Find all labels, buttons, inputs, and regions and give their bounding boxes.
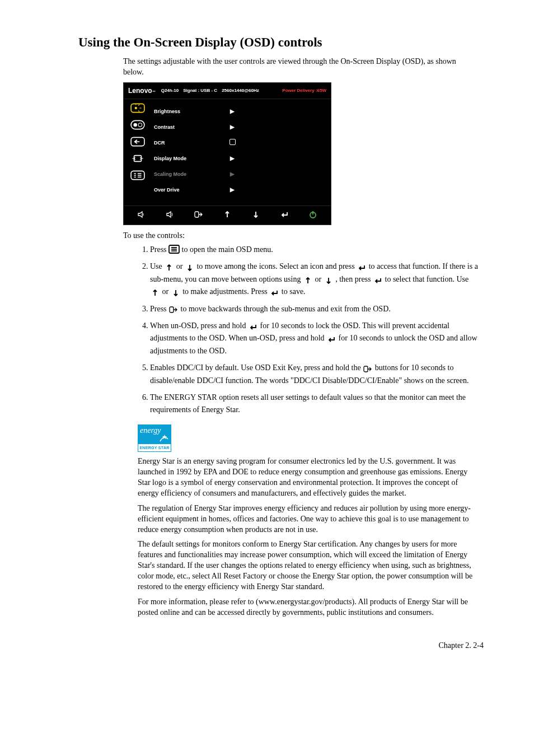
volume-mute-icon <box>137 211 146 220</box>
steps-list: Press to open the main OSD menu. Use or … <box>138 244 478 417</box>
down-arrow-icon <box>185 263 195 271</box>
osd-menu-row: Display Mode▶ <box>152 151 264 166</box>
intro-text: The settings adjustable with the user co… <box>123 57 478 78</box>
exit-icon <box>194 211 203 220</box>
osd-menu-list: Brightness▶ Contrast▶ DCR Display Mode▶ … <box>152 99 264 206</box>
paragraph: For more information, please refer to (w… <box>138 597 478 618</box>
enter-icon <box>280 211 289 220</box>
enter-icon <box>357 263 367 271</box>
enter-icon <box>326 335 336 343</box>
osd-menu-row: Brightness▶ <box>152 104 264 119</box>
page-title: Using the On-Screen Display (OSD) contro… <box>78 34 489 51</box>
step-5: Enables DDC/CI by default. Use OSD Exit … <box>150 362 478 387</box>
down-arrow-icon <box>251 211 260 220</box>
enter-icon <box>373 276 383 284</box>
step-4: When un-OSD, press and hold for 10 secon… <box>150 320 478 357</box>
controls-intro: To use the controls: <box>123 231 478 241</box>
osd-signal: Signal : USB - C <box>183 88 217 94</box>
step-3: Press to move backwards through the sub-… <box>150 303 478 315</box>
contrast-tab-icon <box>130 119 145 130</box>
page-number: Chapter 2. 2-4 <box>45 641 484 651</box>
step-6: The ENERGY STAR option resets all user s… <box>150 391 478 417</box>
down-arrow-icon <box>171 288 181 296</box>
osd-menu-row: Contrast▶ <box>152 119 264 135</box>
enter-icon <box>269 288 279 296</box>
up-arrow-icon <box>164 263 174 271</box>
down-arrow-icon <box>324 276 334 284</box>
osd-menu-row: DCR <box>152 135 264 151</box>
scaling-tab-icon <box>130 153 145 164</box>
up-arrow-icon <box>303 276 313 284</box>
osd-model: Q24h-10 <box>161 88 179 94</box>
volume-icon <box>166 211 175 220</box>
exit-icon <box>168 305 179 313</box>
power-icon <box>308 211 317 220</box>
paragraph: The regulation of Energy Star improves e… <box>138 503 478 535</box>
up-arrow-icon <box>223 211 232 220</box>
osd-menu-row: Scaling Mode▶ <box>152 166 264 182</box>
settings-tab-icon <box>130 170 145 181</box>
paragraph: The default settings for monitors confor… <box>138 539 478 592</box>
brightness-tab-icon <box>130 102 145 114</box>
energy-star-label: ENERGY STAR <box>138 444 171 452</box>
enter-icon <box>248 323 258 330</box>
energy-star-logo: energy ENERGY STAR <box>138 424 171 452</box>
osd-menu-row: Over Drive▶ <box>152 182 264 198</box>
up-arrow-icon <box>150 288 160 296</box>
osd-screenshot: Lenovo™ Q24h-10 Signal : USB - C 2560x14… <box>123 82 331 225</box>
paragraph: Energy Star is an energy saving program … <box>138 456 478 499</box>
osd-power-delivery: Power Delivery :65W <box>282 88 326 94</box>
osd-brand: Lenovo™ <box>128 86 156 95</box>
step-2: Use or to move among the icons. Select a… <box>150 260 478 298</box>
menu-icon <box>168 245 180 254</box>
input-tab-icon <box>130 136 145 147</box>
exit-icon <box>363 365 373 372</box>
osd-resolution: 2560x1440@60Hz <box>222 88 259 94</box>
step-1: Press to open the main OSD menu. <box>150 244 478 256</box>
